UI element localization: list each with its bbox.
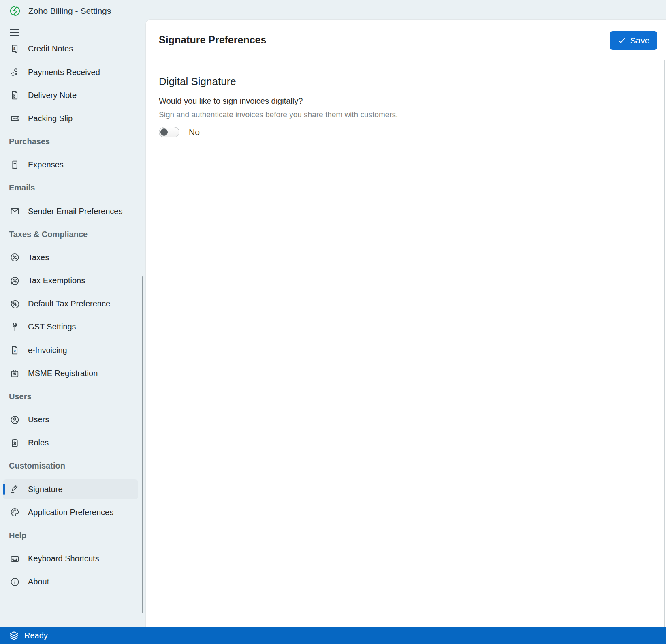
sidebar-section-users: Users (0, 385, 145, 408)
sidebar-item-default-tax-preference[interactable]: Default Tax Preference (0, 292, 145, 315)
sidebar-item-label: e-Invoicing (28, 346, 144, 355)
sidebar-item-label: Credit Notes (28, 44, 144, 53)
main-panel: Signature Preferences Save Digital Signa… (145, 19, 666, 627)
digital-signature-toggle[interactable] (159, 127, 179, 137)
app-brand: Zoho Billing - Settings (0, 0, 145, 22)
digital-signature-toggle-row: No (159, 127, 650, 137)
save-button-label: Save (630, 36, 650, 45)
hamburger-menu-icon[interactable] (9, 27, 20, 38)
sidebar-section-label: Customisation (9, 461, 144, 471)
sidebar-item-gst-settings[interactable]: GST Settings (0, 315, 145, 338)
sidebar-item-label: Sender Email Preferences (28, 207, 144, 216)
sidebar-item-taxes[interactable]: Taxes (0, 246, 145, 269)
sidebar-item-msme-registration[interactable]: MSME Registration (0, 362, 145, 385)
sidebar-item-sender-email-preferences[interactable]: Sender Email Preferences (0, 200, 145, 223)
sidebar-item-label: Users (28, 415, 144, 424)
sidebar-item-label: Delivery Note (28, 91, 144, 100)
e-document-icon: e (10, 345, 20, 355)
layers-icon (9, 631, 19, 641)
info-circle-icon (10, 577, 20, 587)
sidebar-section-taxes-compliance: Taxes & Compliance (0, 223, 145, 246)
sidebar-item-roles[interactable]: Roles (0, 431, 145, 454)
sidebar-section-label: Users (9, 392, 144, 401)
sidebar-item-label: Packing Slip (28, 114, 144, 123)
sidebar-item-packing-slip[interactable]: Packing Slip (0, 107, 145, 130)
packing-slip-icon (10, 113, 20, 124)
delivery-note-icon (10, 90, 20, 101)
sidebar-item-label: MSME Registration (28, 369, 144, 378)
percent-refresh-icon (10, 299, 20, 309)
sidebar-item-label: Application Preferences (28, 508, 144, 517)
sidebar-item-label: Expenses (28, 160, 144, 169)
page-title: Signature Preferences (159, 20, 266, 60)
sidebar-item-expenses[interactable]: Expenses (0, 153, 145, 176)
sidebar-item-label: Default Tax Preference (28, 299, 144, 308)
settings-sidebar: Zoho Billing - Settings $Credit NotesPay… (0, 0, 145, 627)
save-button[interactable]: Save (610, 31, 657, 50)
status-bar: Ready (0, 627, 666, 644)
payments-received-icon (10, 67, 20, 77)
sidebar-item-e-invoicing[interactable]: ee-Invoicing (0, 339, 145, 362)
sidebar-item-keyboard-shortcuts[interactable]: Keyboard Shortcuts (0, 547, 145, 570)
percent-slash-icon (10, 276, 20, 286)
sidebar-item-label: Keyboard Shortcuts (28, 554, 144, 563)
selected-item-accent-bar (3, 484, 5, 495)
digital-signature-question: Would you like to sign invoices digitall… (159, 96, 650, 106)
sidebar-section-customisation: Customisation (0, 454, 145, 477)
sidebar-section-label: Help (9, 531, 144, 540)
sidebar-item-label: About (28, 577, 144, 586)
sidebar-item-label: Payments Received (28, 68, 144, 77)
status-text: Ready (24, 631, 48, 640)
check-icon (618, 36, 626, 45)
percent-circle-icon (10, 252, 20, 263)
sidebar-item-delivery-note[interactable]: Delivery Note (0, 84, 145, 107)
briefcase-percent-icon (10, 368, 20, 379)
signature-pen-icon (10, 484, 20, 494)
sidebar-item-credit-notes[interactable]: $Credit Notes (0, 37, 145, 60)
sidebar-item-about[interactable]: About (0, 570, 145, 593)
user-circle-icon (10, 415, 20, 425)
keyboard-icon (10, 554, 20, 564)
page-header: Signature Preferences Save (146, 20, 666, 60)
sidebar-section-emails: Emails (0, 176, 145, 199)
sidebar-item-signature[interactable]: Signature (0, 478, 145, 501)
expenses-icon (10, 160, 20, 170)
sidebar-item-label: Signature (28, 485, 144, 494)
sidebar-item-label: Taxes (28, 253, 144, 262)
zoho-billing-logo-icon (9, 5, 21, 17)
sidebar-item-label: GST Settings (28, 322, 144, 332)
toggle-knob (160, 128, 168, 136)
signature-preferences-body: Digital Signature Would you like to sign… (159, 60, 650, 137)
wrench-icon (10, 322, 20, 332)
sidebar-section-help: Help (0, 524, 145, 547)
sidebar-section-purchases: Purchases (0, 130, 145, 153)
sidebar-item-label: Roles (28, 438, 144, 447)
main-scrollbar-track[interactable] (664, 60, 665, 627)
envelope-icon (10, 206, 20, 216)
id-badge-icon (10, 438, 20, 448)
sidebar-item-payments-received[interactable]: Payments Received (0, 61, 145, 84)
sidebar-item-application-preferences[interactable]: Application Preferences (0, 501, 145, 524)
svg-text:e: e (14, 349, 16, 353)
svg-text:$: $ (13, 46, 16, 50)
digital-signature-description: Sign and authenticate invoices before yo… (159, 110, 650, 119)
toggle-state-label: No (189, 127, 200, 137)
sidebar-item-users[interactable]: Users (0, 408, 145, 431)
app-title: Zoho Billing - Settings (28, 0, 111, 22)
sidebar-section-label: Emails (9, 183, 144, 193)
sidebar-section-label: Taxes & Compliance (9, 230, 144, 239)
sidebar-item-tax-exemptions[interactable]: Tax Exemptions (0, 269, 145, 292)
section-title: Digital Signature (159, 75, 650, 88)
sidebar-item-label: Tax Exemptions (28, 276, 144, 285)
credit-notes-icon: $ (10, 44, 20, 54)
sidebar-section-label: Purchases (9, 137, 144, 146)
palette-icon (10, 507, 20, 518)
